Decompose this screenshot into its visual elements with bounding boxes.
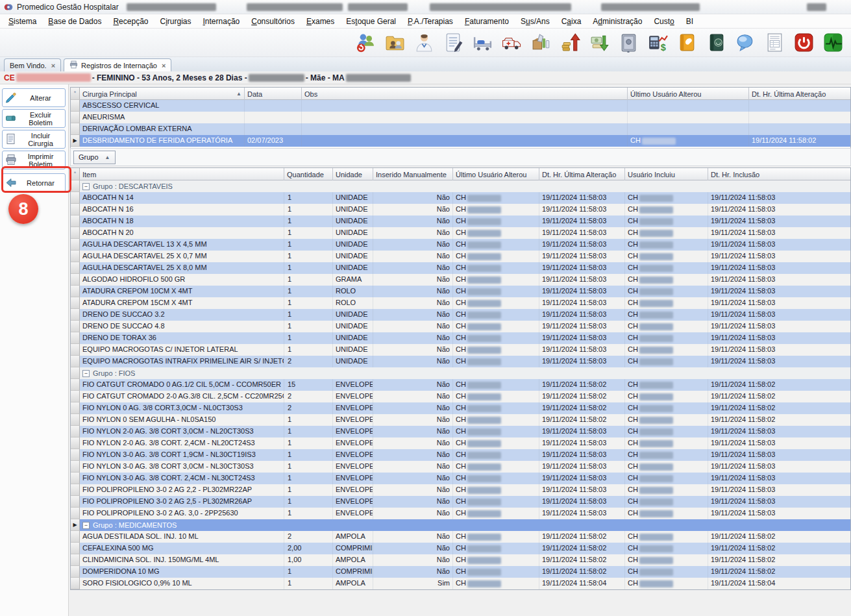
item-row[interactable]: DRENO DE TORAX 361UNIDADENãoCH19/11/2024…	[71, 332, 850, 344]
vitals-monitor-icon[interactable]	[822, 31, 845, 54]
column-header-obs[interactable]: Obs	[302, 88, 628, 100]
item-row[interactable]: FIO NYLON 0 AG. 3/8 CORT.3,0CM - NL0CT30…	[71, 402, 850, 414]
item-row[interactable]: FIO NYLON 3-0 AG. 3/8 CORT. 2,4CM - NL30…	[71, 473, 850, 484]
item-row[interactable]: CLINDAMICINA SOL. INJ. 150MG/ML 4ML1,00A…	[71, 554, 850, 566]
item-row[interactable]: ABOCATH N 201UNIDADENãoCH19/11/2024 11:5…	[71, 227, 850, 239]
cell-usuario-incluiu: CH	[625, 449, 708, 461]
cell-ultimo-usuario-alterou: CH	[453, 473, 539, 484]
imprimir-boletim-button[interactable]: Imprimir Boletim	[2, 151, 66, 169]
item-row[interactable]: ATADURA CREPOM 15CM X 4MT1ROLONãoCH19/11…	[71, 297, 850, 309]
stock-supplies-icon[interactable]	[530, 31, 552, 54]
menu-item-faturamento[interactable]: Faturamento	[459, 16, 515, 27]
incluir-cirurgia-button[interactable]: Incluir Cirurgia	[2, 130, 66, 149]
column-header-item[interactable]: Item	[80, 168, 284, 180]
item-row[interactable]: AGUA DESTILADA SOL. INJ. 10 ML2AMPOLANão…	[71, 531, 850, 543]
item-row[interactable]: ABOCATH N 141UNIDADENãoCH19/11/2024 11:5…	[71, 192, 850, 204]
item-row[interactable]: FIO NYLON 2-0 AG. 3/8 CORT 3,0CM - NL20C…	[71, 426, 850, 437]
finance-calculator-icon[interactable]: $	[647, 31, 669, 54]
phone-book-icon[interactable]	[676, 31, 698, 54]
column-header-data[interactable]: Data	[245, 88, 302, 100]
column-header-unidade[interactable]: Unidade	[333, 168, 373, 180]
power-exit-icon[interactable]	[793, 31, 815, 54]
exam-note-icon[interactable]	[442, 31, 465, 54]
billing-up-icon[interactable]	[559, 31, 582, 54]
item-row[interactable]: DRENO DE SUCCAO 3.21UNIDADENãoCH19/11/20…	[71, 309, 850, 321]
surgery-row[interactable]: ANEURISMA	[71, 112, 850, 123]
item-row[interactable]: ABOCATH N 161UNIDADENãoCH19/11/2024 11:5…	[71, 204, 850, 216]
item-row[interactable]: SORO FISIOLOGICO 0,9% 10 ML1AMPOLASimCH1…	[71, 578, 850, 589]
item-row[interactable]: ATADURA CREPOM 10CM X 4MT1ROLONãoCH19/11…	[71, 286, 850, 297]
menu-item-caixa[interactable]: Caixa	[556, 16, 587, 27]
item-row[interactable]: FIO POLIPROPILENO 3-0 2 AG. 3,0 - 2PP256…	[71, 508, 850, 519]
menu-item-estoque-geral[interactable]: Estoque Geral	[340, 16, 402, 27]
menu-item-sus-ans[interactable]: Sus/Ans	[515, 16, 556, 27]
collapse-group-icon[interactable]: −	[82, 522, 90, 529]
column-header-dt-hr-ultima-alteracao[interactable]: Dt. Hr. Última Alteração	[749, 88, 851, 100]
menu-item-custo[interactable]: Custo	[648, 16, 680, 27]
payments-down-icon[interactable]	[588, 31, 611, 54]
item-row[interactable]: ABOCATH N 181UNIDADENãoCH19/11/2024 11:5…	[71, 216, 850, 227]
safe-icon[interactable]	[617, 31, 640, 54]
menu-item-administracao[interactable]: Administração	[587, 16, 648, 27]
doctor-icon[interactable]	[413, 31, 436, 54]
tab-close-icon[interactable]: ×	[51, 62, 55, 69]
menu-item-base-de-dados[interactable]: Base de Dados	[42, 16, 107, 27]
group-by-chip-grupo[interactable]: Grupo ▲	[73, 151, 116, 164]
collapse-group-icon[interactable]: −	[82, 370, 90, 377]
tab-bem-vindo[interactable]: Bem Vindo.×	[4, 58, 61, 71]
column-header-ultimo-usuario-alterou[interactable]: Último Usuário Alterou	[628, 88, 749, 100]
menu-item-internacao[interactable]: Internação	[197, 16, 246, 27]
item-row[interactable]: FIO NYLON 3-0 AG. 3/8 CORT 1,9CM - NL30C…	[71, 449, 850, 461]
menu-item-p-a-terapias[interactable]: P.A./Terapias	[402, 16, 459, 27]
hospital-bed-icon[interactable]	[471, 31, 494, 54]
item-row[interactable]: FIO NYLON 3-0 AG. 3/8 CORT 3,0CM - NL30C…	[71, 461, 850, 473]
menu-item-bi[interactable]: BI	[680, 16, 699, 27]
surgery-row[interactable]: DERIVAÇÃO LOMBAR EXTERNA	[71, 123, 850, 135]
alterar-button[interactable]: Alterar	[2, 88, 66, 107]
excluir-boletim-button[interactable]: Excluir Boletim	[2, 109, 66, 128]
item-row[interactable]: EQUIPO MACROGOTAS INTRAFIX PRIMELINE AIR…	[71, 356, 850, 367]
item-row[interactable]: FIO POLIPROPILENO 3-0 2 AG 2,5 - PL302MR…	[71, 496, 850, 508]
item-row[interactable]: FIO NYLON 0 SEM AGULHA - NL0SA1501ENVELO…	[71, 414, 850, 426]
item-row[interactable]: FIO CATGUT CROMADO 2-0 AG.3/8 CIL. 2,5CM…	[71, 391, 850, 402]
tab-registros-de-internacao[interactable]: Registros de Internação×	[64, 58, 171, 71]
item-row[interactable]: FIO NYLON 2-0 AG. 3/8 CORT. 2,4CM - NL20…	[71, 437, 850, 449]
item-row[interactable]: AGULHA DESCARTAVEL 25 X 0,7 MM1UNIDADENã…	[71, 251, 850, 262]
chat-bubble-icon[interactable]	[734, 31, 757, 54]
group-row-grupo-medicamentos[interactable]: ▶−Grupo : MEDICAMENTOS	[71, 519, 850, 531]
menu-item-recepcao[interactable]: Recepção	[107, 16, 154, 27]
menu-item-cirurgias[interactable]: Cirurgias	[154, 16, 197, 27]
item-row[interactable]: DRENO DE SUCCAO 4.81UNIDADENãoCH19/11/20…	[71, 321, 850, 332]
item-row[interactable]: FIO POLIPROPILENO 3-0 2 AG 2,2 - PL302MR…	[71, 484, 850, 496]
column-header-dt-hr-inclusao[interactable]: Dt. Hr. Inclusão	[708, 168, 851, 180]
column-header-inserido-manualmente[interactable]: Inserido Manualmente	[373, 168, 453, 180]
item-row[interactable]: CEFALEXINA 500 MG2,00COMPRIMIDNãoCH19/11…	[71, 543, 850, 554]
column-header-cirurgia-principal[interactable]: Cirurgia Principal▲	[80, 88, 245, 100]
menu-item-exames[interactable]: Exames	[301, 16, 340, 27]
invoice-report-icon[interactable]	[763, 31, 786, 54]
collapse-group-icon[interactable]: −	[82, 183, 90, 190]
item-row[interactable]: FIO CATGUT CROMADO 0 AG.1/2 CIL 5,0CM - …	[71, 379, 850, 391]
ledger-book-icon[interactable]	[705, 31, 728, 54]
menu-item-sistema[interactable]: Sistema	[3, 16, 42, 27]
menu-item-consultorios[interactable]: Consultórios	[245, 16, 301, 27]
item-row[interactable]: AGULHA DESCARTAVEL 13 X 4,5 MM1UNIDADENã…	[71, 239, 850, 251]
item-row[interactable]: EQUIPO MACROGOTAS C/ INJETOR LATERAL1UNI…	[71, 344, 850, 356]
surgery-row[interactable]: ▶DESBRIDAMENTO DE FERIDA OPERATÓRIA02/07…	[71, 135, 850, 147]
retornar-button[interactable]: Retornar	[2, 173, 66, 192]
column-header-ultimo-usuario-alterou[interactable]: Último Usuário Alterou	[453, 168, 539, 180]
item-row[interactable]: AGULHA DESCARTAVEL 25 X 8,0 MM1UNIDADENã…	[71, 262, 850, 274]
patients-sync-icon[interactable]	[354, 31, 377, 54]
column-header-usuario-incluiu[interactable]: Usuário Incluiu	[625, 168, 708, 180]
item-row[interactable]: ALGODAO HIDROFILO 500 GR1GRAMANãoCH19/11…	[71, 274, 850, 286]
item-row[interactable]: DOMPERIDONA 10 MG1COMPRIMIDNãoCH19/11/20…	[71, 566, 850, 578]
column-header-dt-hr-ultima-alteracao[interactable]: Dt. Hr. Última Alteração	[539, 168, 625, 180]
group-row-grupo-fios[interactable]: −Grupo : FIOS	[71, 367, 850, 379]
ambulance-icon[interactable]	[500, 31, 523, 54]
tab-close-icon[interactable]: ×	[162, 62, 166, 69]
surgery-row[interactable]: ABSCESSO CERVICAL	[71, 100, 850, 112]
column-header-quantidade[interactable]: Quantidade	[284, 168, 333, 180]
redacted-title-text	[247, 3, 343, 11]
records-folder-icon[interactable]	[384, 31, 406, 54]
group-row-grupo-descartaveis[interactable]: −Grupo : DESCARTAVEIS	[71, 180, 850, 192]
